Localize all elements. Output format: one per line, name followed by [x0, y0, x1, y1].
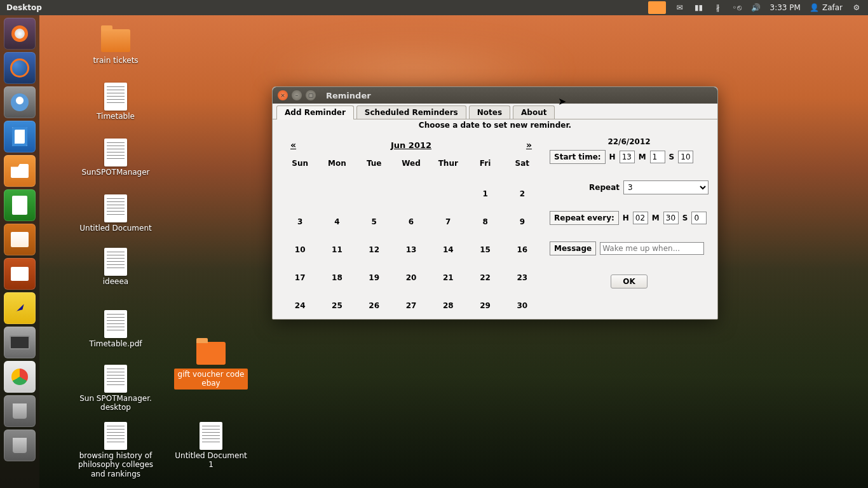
minimize-icon[interactable]: – — [292, 90, 302, 100]
desktop-icon-ideeea[interactable]: ideeea — [71, 248, 160, 286]
desktop-icon-gift-voucher[interactable]: gift voucher code ebay — [166, 339, 255, 390]
repeat-hour-input[interactable] — [633, 212, 648, 224]
writer-icon[interactable] — [4, 121, 36, 152]
workspace-icon[interactable] — [4, 430, 36, 461]
desktop-icon-label: Timetable.pdf — [89, 339, 142, 348]
calendar-day[interactable]: 17 — [281, 273, 318, 282]
calendar-day[interactable]: 21 — [430, 273, 466, 282]
bluetooth-icon[interactable]: ∦ — [713, 3, 723, 13]
desktop-icon-label: Untitled Document — [79, 224, 151, 233]
desktop-icon-label: Timetable — [97, 112, 135, 121]
gear-icon[interactable]: ⚙ — [851, 3, 862, 13]
dash-icon[interactable] — [4, 18, 36, 50]
desktop-icon-sunspotmanager[interactable]: SunSPOTManager — [71, 139, 160, 177]
calendar-day[interactable]: 11 — [318, 245, 355, 254]
chromium-icon[interactable] — [4, 86, 36, 118]
maximize-icon[interactable]: ▢ — [306, 90, 316, 100]
calendar-day[interactable]: 28 — [430, 301, 466, 310]
calendar-empty — [356, 189, 393, 198]
calendar-day[interactable]: 16 — [504, 245, 541, 254]
firefox-icon[interactable] — [4, 52, 36, 84]
prev-month-button[interactable]: « — [290, 140, 296, 150]
calendar-day[interactable]: 10 — [281, 245, 318, 254]
calendar-day[interactable]: 27 — [393, 301, 430, 310]
calendar-day[interactable]: 30 — [504, 301, 541, 310]
calendar-day[interactable]: 20 — [393, 273, 430, 282]
repeat-select[interactable]: 3 — [623, 180, 709, 194]
calendar-day[interactable]: 29 — [466, 301, 503, 310]
calc-icon[interactable] — [4, 189, 36, 221]
navigator-icon[interactable] — [4, 292, 36, 324]
top-panel: Desktop ✉ ▮▮ ∦ ◦⎋ 🔊 3:33 PM 👤 Zafar ⚙ — [0, 0, 868, 15]
calendar-day[interactable]: 12 — [356, 245, 393, 254]
calendar-day-header: Mon — [318, 159, 355, 170]
wifi-icon[interactable]: ◦⎋ — [732, 3, 742, 13]
tab-notes[interactable]: Notes — [469, 105, 510, 119]
calendar-month-label[interactable]: Jun 2012 — [391, 140, 431, 150]
repeat-sec-input[interactable] — [691, 212, 707, 224]
ok-button[interactable]: OK — [611, 274, 648, 288]
close-icon[interactable]: × — [278, 90, 288, 100]
desktop-icon-sunspotmanager-desktop[interactable]: Sun SPOTManager. desktop — [71, 365, 160, 412]
desktop-icon-label: train tickets — [93, 56, 138, 65]
impress-icon[interactable] — [4, 258, 36, 290]
calendar-day[interactable]: 14 — [430, 245, 466, 254]
tab-scheduled-reminders[interactable]: Scheduled Reminders — [356, 105, 466, 119]
calendar-day[interactable]: 19 — [356, 273, 393, 282]
calendar-day[interactable]: 7 — [430, 217, 466, 226]
next-month-button[interactable]: » — [526, 140, 532, 150]
repeat-label: Repeat — [589, 183, 620, 192]
repeat-every-label: Repeat every: — [550, 211, 619, 225]
start-hour-input[interactable] — [620, 151, 635, 163]
s-label: S — [669, 152, 675, 161]
clock[interactable]: 3:33 PM — [770, 3, 801, 12]
desktop-icon-label: Sun SPOTManager. desktop — [79, 394, 152, 412]
desktop-icon-timetable[interactable]: Timetable — [71, 83, 160, 121]
calendar-day[interactable]: 26 — [356, 301, 393, 310]
user-menu[interactable]: 👤 Zafar — [810, 3, 843, 13]
devices-icon[interactable] — [4, 327, 36, 358]
calendar-day[interactable]: 8 — [466, 217, 503, 226]
user-name: Zafar — [822, 3, 843, 12]
window-titlebar[interactable]: × – ▢ Reminder — [273, 87, 717, 104]
calendar-day[interactable]: 2 — [504, 189, 541, 198]
calendar-day-header: Tue — [356, 159, 393, 170]
desktop-icon-browsing-history[interactable]: browsing history of philosophy colleges … — [71, 422, 160, 478]
desktop-icon-label: gift voucher code ebay — [174, 369, 248, 390]
calendar-day[interactable]: 1 — [466, 189, 503, 198]
desktop-icon-untitled-document[interactable]: Untitled Document — [71, 194, 160, 233]
desktop-icon-untitled-document-1[interactable]: Untitled Document 1 — [166, 422, 255, 470]
calendar-day[interactable]: 18 — [318, 273, 355, 282]
chrome-icon[interactable] — [4, 361, 36, 393]
start-sec-input[interactable] — [678, 151, 693, 163]
calendar-day[interactable]: 5 — [356, 217, 393, 226]
window-title: Reminder — [326, 91, 371, 100]
calendar-day[interactable]: 24 — [281, 301, 318, 310]
calendar-empty — [281, 189, 318, 198]
calendar-day[interactable]: 23 — [504, 273, 541, 282]
trash-icon[interactable] — [4, 395, 36, 427]
calendar-day[interactable]: 9 — [504, 217, 541, 226]
message-input[interactable] — [600, 242, 704, 255]
calendar-day[interactable]: 3 — [281, 217, 318, 226]
calendar-day[interactable]: 4 — [318, 217, 355, 226]
desktop-icon-timetable-pdf[interactable]: Timetable.pdf — [71, 310, 160, 348]
desktop-icon-train-tickets[interactable]: train tickets — [71, 27, 160, 65]
repeat-min-input[interactable] — [663, 212, 679, 224]
calendar-day[interactable]: 22 — [466, 273, 503, 282]
tab-bar: Add ReminderScheduled RemindersNotesAbou… — [273, 104, 717, 119]
tab-about[interactable]: About — [513, 105, 555, 119]
battery-icon[interactable]: ▮▮ — [694, 3, 704, 13]
tab-add-reminder[interactable]: Add Reminder — [276, 105, 354, 119]
calendar-day[interactable]: 25 — [318, 301, 355, 310]
volume-icon[interactable]: 🔊 — [751, 3, 761, 13]
calendar-day[interactable]: 13 — [393, 245, 430, 254]
mail-icon[interactable]: ✉ — [675, 3, 685, 13]
calendar-day[interactable]: 15 — [466, 245, 503, 254]
start-min-input[interactable] — [650, 151, 665, 163]
reminder-window: × – ▢ Reminder Add ReminderScheduled Rem… — [272, 86, 718, 320]
calendar-day[interactable]: 6 — [393, 217, 430, 226]
software-center-icon[interactable] — [4, 224, 36, 255]
files-icon[interactable] — [4, 155, 36, 187]
notification-indicator[interactable] — [648, 1, 666, 14]
